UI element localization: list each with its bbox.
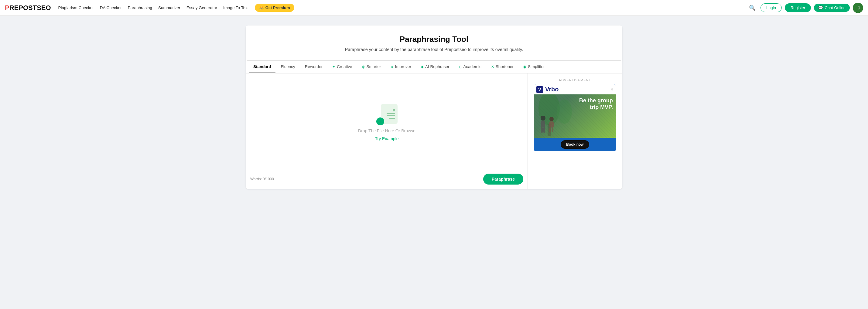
tab-fluency-label: Fluency bbox=[281, 64, 295, 69]
register-button[interactable]: Register bbox=[785, 3, 811, 12]
ai-rephraser-premium-icon: ◆ bbox=[421, 65, 424, 69]
doc-dot bbox=[393, 109, 395, 111]
doc-line-1 bbox=[386, 113, 395, 114]
navbar: PREPOSTSEO Plagiarism Checker DA Checker… bbox=[0, 0, 868, 16]
improver-premium-icon: ◈ bbox=[391, 65, 394, 69]
drop-icon-wrap: ↑ bbox=[376, 104, 398, 125]
simplifier-premium-icon: ◉ bbox=[523, 65, 526, 69]
nav-plagiarism-checker[interactable]: Plagiarism Checker bbox=[58, 5, 94, 10]
svg-point-2 bbox=[557, 100, 572, 124]
ad-close-icon[interactable]: ✕ bbox=[611, 88, 614, 92]
vrbo-text: Vrbo bbox=[545, 86, 559, 93]
drop-text: Drop The File Here Or Browse bbox=[358, 128, 415, 133]
tab-ai-rephraser-label: AI Rephraser bbox=[425, 64, 450, 69]
ad-headline-line1: Be the group bbox=[579, 97, 613, 104]
tab-creative-label: Creative bbox=[337, 64, 352, 69]
nav-da-checker[interactable]: DA Checker bbox=[100, 5, 122, 10]
ad-headline: Be the group trip MVP. bbox=[579, 97, 613, 110]
ad-book-button[interactable]: Book now bbox=[561, 140, 589, 149]
tab-standard-label: Standard bbox=[253, 64, 271, 69]
ad-headline-line2: trip MVP. bbox=[590, 104, 613, 110]
tab-creative[interactable]: ✦ Creative bbox=[328, 61, 356, 73]
svg-point-3 bbox=[540, 116, 546, 121]
tab-smarter[interactable]: ◎ Smarter bbox=[358, 61, 385, 73]
main-container: Paraphrasing Tool Paraphrase your conten… bbox=[240, 16, 628, 201]
tab-fluency[interactable]: Fluency bbox=[277, 61, 300, 73]
paraphrase-button[interactable]: Paraphrase bbox=[483, 174, 523, 184]
tab-simplifier[interactable]: ◉ Simplifier bbox=[519, 61, 549, 73]
svg-rect-10 bbox=[552, 128, 553, 132]
ad-vrbo-logo: V Vrbo bbox=[536, 86, 559, 93]
tab-academic-label: Academic bbox=[463, 64, 481, 69]
page-title: Paraphrasing Tool bbox=[246, 35, 622, 44]
upload-badge: ↑ bbox=[376, 117, 384, 125]
tab-shortener[interactable]: ✕ Shortener bbox=[487, 61, 518, 73]
tabs-bar: Standard Fluency Reworder ✦ Creative ◎ S… bbox=[246, 60, 622, 73]
nav-essay-generator[interactable]: Essay Generator bbox=[186, 5, 217, 10]
ad-label: ADVERTISEMENT bbox=[559, 78, 591, 82]
try-example-link[interactable]: Try Example bbox=[375, 136, 399, 141]
ad-box: V Vrbo ✕ bbox=[534, 84, 616, 151]
tab-ai-rephraser[interactable]: ◆ AI Rephraser bbox=[417, 61, 454, 73]
nav-image-to-text[interactable]: Image To Text bbox=[223, 5, 249, 10]
right-panel: ADVERTISEMENT V Vrbo ✕ bbox=[528, 73, 622, 189]
chat-button[interactable]: 💬 Chat Online bbox=[814, 4, 850, 12]
doc-line-3 bbox=[389, 118, 395, 119]
vrbo-v-icon: V bbox=[536, 86, 543, 93]
doc-line-2 bbox=[386, 115, 395, 116]
search-icon[interactable]: 🔍 bbox=[749, 5, 756, 11]
tab-reworder[interactable]: Reworder bbox=[301, 61, 327, 73]
chat-icon: 💬 bbox=[818, 5, 823, 10]
svg-rect-5 bbox=[541, 127, 543, 133]
main-card: Paraphrasing Tool Paraphrase your conten… bbox=[246, 26, 622, 189]
chat-label: Chat Online bbox=[825, 5, 845, 10]
moon-icon: ☽ bbox=[856, 5, 860, 11]
premium-button[interactable]: 👑 Get Premium bbox=[255, 4, 294, 12]
ad-image-area: Be the group trip MVP. bbox=[534, 94, 616, 138]
svg-rect-9 bbox=[550, 128, 551, 132]
drop-area[interactable]: ↑ Drop The File Here Or Browse Try Examp… bbox=[249, 76, 525, 168]
left-panel: ↑ Drop The File Here Or Browse Try Examp… bbox=[246, 73, 528, 189]
tab-improver-label: Improver bbox=[395, 64, 411, 69]
page-background: Paraphrasing Tool Paraphrase your conten… bbox=[0, 16, 868, 309]
word-count: Words: 0/1000 bbox=[250, 177, 274, 181]
premium-label: Get Premium bbox=[266, 5, 290, 10]
academic-premium-icon: ◇ bbox=[459, 65, 462, 69]
login-button[interactable]: Login bbox=[761, 3, 782, 12]
smarter-premium-icon: ◎ bbox=[362, 65, 365, 69]
panel-footer: Words: 0/1000 Paraphrase bbox=[249, 171, 525, 186]
tab-improver[interactable]: ◈ Improver bbox=[386, 61, 415, 73]
site-logo[interactable]: PREPOSTSEO bbox=[5, 4, 51, 12]
dark-mode-button[interactable]: ☽ bbox=[853, 3, 863, 13]
creative-premium-icon: ✦ bbox=[332, 65, 335, 69]
svg-rect-8 bbox=[550, 122, 554, 128]
ad-top-bar: V Vrbo ✕ bbox=[534, 84, 616, 94]
people-silhouette bbox=[537, 113, 558, 135]
logo-text: REPOSTSEO bbox=[9, 4, 51, 12]
svg-point-7 bbox=[550, 117, 554, 121]
tab-shortener-label: Shortener bbox=[496, 64, 514, 69]
svg-rect-4 bbox=[541, 121, 545, 127]
nav-summarizer[interactable]: Summarizer bbox=[158, 5, 180, 10]
tab-reworder-label: Reworder bbox=[305, 64, 323, 69]
tab-standard[interactable]: Standard bbox=[249, 61, 276, 73]
nav-links: Plagiarism Checker DA Checker Paraphrasi… bbox=[58, 4, 749, 12]
upload-icon: ↑ bbox=[379, 119, 381, 124]
crown-icon: 👑 bbox=[259, 5, 264, 10]
tab-simplifier-label: Simplifier bbox=[528, 64, 545, 69]
nav-right: 🔍 Login Register 💬 Chat Online ☽ bbox=[749, 3, 863, 13]
svg-rect-6 bbox=[543, 127, 545, 133]
content-row: ↑ Drop The File Here Or Browse Try Examp… bbox=[246, 73, 622, 189]
tab-academic[interactable]: ◇ Academic bbox=[455, 61, 485, 73]
logo-prefix: P bbox=[5, 4, 9, 12]
tab-smarter-label: Smarter bbox=[367, 64, 381, 69]
nav-paraphrasing[interactable]: Paraphrasing bbox=[128, 5, 152, 10]
shortener-premium-icon: ✕ bbox=[491, 65, 494, 69]
page-subtitle: Paraphrase your content by the paraphras… bbox=[246, 47, 622, 52]
